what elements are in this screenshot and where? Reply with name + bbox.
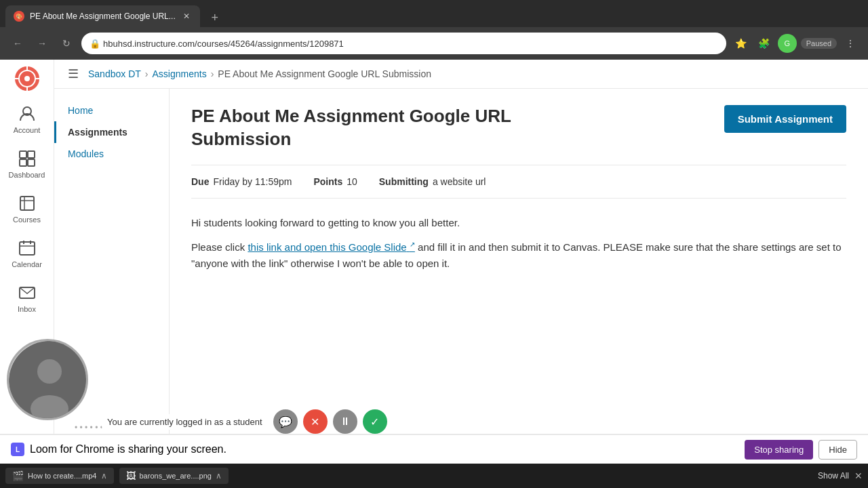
main-content: PE About Me Assignment Google URL Submis… [170, 89, 868, 455]
svg-rect-9 [28, 151, 35, 158]
dashboard-icon [16, 148, 38, 169]
svg-rect-15 [20, 242, 35, 255]
tab-close-btn[interactable]: ✕ [181, 11, 192, 22]
assignment-body: Hi students looking forward to getting t… [191, 215, 846, 272]
taskbar: 🎬 How to create....mp4 ∧ 🖼 barons_we_are… [0, 464, 868, 488]
inbox-icon [16, 282, 38, 304]
sidebar-label-dashboard: Dashboard [9, 171, 45, 179]
svg-rect-11 [28, 159, 35, 166]
loom-info: L Loom for Chrome is sharing your screen… [11, 443, 226, 456]
loading-dots: • • • • • • [75, 423, 103, 432]
recording-controls: You are currently logged in as a student… [102, 409, 387, 434]
tab-title: PE About Me Assignment Google URL... [30, 12, 176, 21]
back-btn[interactable]: ← [8, 34, 27, 53]
breadcrumb-assignments[interactable]: Assignments [153, 68, 207, 79]
url-text: hbuhsd.instructure.com/courses/45264/ass… [103, 39, 344, 49]
calendar-icon [16, 237, 38, 259]
recording-confirm-btn[interactable]: ✓ [363, 409, 387, 434]
loom-sharing-text: Loom for Chrome is sharing your screen. [30, 443, 226, 455]
image-file-icon: 🖼 [126, 470, 136, 481]
svg-rect-8 [20, 151, 26, 158]
sidebar-item-inbox[interactable]: Inbox [3, 277, 52, 319]
points-label: Points [313, 176, 342, 187]
screen-share-actions: Stop sharing Hide [745, 440, 857, 460]
forward-btn[interactable]: → [33, 34, 52, 53]
recording-chat-btn[interactable]: 💬 [273, 409, 298, 434]
breadcrumb-current: PE About Me Assignment Google URL Submis… [218, 68, 431, 79]
due-label: Due [191, 176, 209, 187]
submitting-label: Submitting [379, 176, 429, 187]
meta-submitting: Submitting a website url [379, 176, 486, 187]
sidebar-item-dashboard[interactable]: Dashboard [3, 142, 52, 184]
meta-due: Due Friday by 11:59pm [191, 176, 292, 187]
assignment-header: PE About Me Assignment Google URL Submis… [191, 105, 846, 151]
submit-assignment-button[interactable]: Submit Assignment [724, 105, 846, 133]
taskbar-expand-2[interactable]: ∧ [216, 471, 222, 481]
loom-screen-share-bar: L Loom for Chrome is sharing your screen… [0, 434, 868, 464]
svg-rect-10 [20, 159, 26, 166]
due-value: Friday by 11:59pm [213, 176, 292, 187]
svg-point-2 [24, 76, 30, 81]
profile-badge[interactable]: G [778, 34, 797, 53]
loom-icon: L [11, 443, 24, 456]
taskbar-close-all[interactable]: ✕ [854, 470, 863, 481]
menu-icon[interactable]: ⋮ [841, 34, 860, 53]
sidebar-label-inbox: Inbox [18, 305, 36, 313]
active-tab[interactable]: 🎨 PE About Me Assignment Google URL... ✕ [5, 5, 200, 27]
taskbar-file-1[interactable]: 🎬 How to create....mp4 ∧ [5, 468, 114, 484]
sidebar-label-account: Account [14, 126, 41, 134]
paused-badge[interactable]: Paused [801, 38, 837, 49]
extensions-icon[interactable]: 🧩 [755, 34, 774, 53]
recording-close-btn[interactable]: ✕ [303, 409, 328, 434]
assignment-title: PE About Me Assignment Google URL Submis… [191, 105, 598, 151]
body-paragraph-2: Please click this link and open this Goo… [191, 239, 846, 272]
sidebar-label-courses: Courses [13, 216, 41, 224]
left-nav-modules[interactable]: Modules [54, 143, 169, 165]
svg-rect-12 [20, 197, 34, 210]
points-value: 10 [347, 176, 357, 187]
google-slide-link[interactable]: this link and open this Google Slide ↗ [248, 241, 415, 253]
reload-btn[interactable]: ↻ [57, 34, 76, 53]
taskbar-file-2[interactable]: 🖼 barons_we_are....png ∧ [119, 468, 229, 484]
sidebar-item-courses[interactable]: Courses [3, 187, 52, 229]
left-nav-home[interactable]: Home [54, 100, 169, 121]
taskbar-file-1-name: How to create....mp4 [28, 472, 97, 480]
assignment-meta: Due Friday by 11:59pm Points 10 Submitti… [191, 165, 846, 199]
left-nav-assignments[interactable]: Assignments [54, 121, 169, 143]
canvas-logo [14, 65, 41, 92]
sidebar-item-calendar[interactable]: Calendar [3, 232, 52, 274]
camera-preview [7, 339, 88, 420]
breadcrumb: ☰ Sandbox DT › Assignments › PE About Me… [54, 60, 868, 89]
meta-points: Points 10 [313, 176, 357, 187]
taskbar-file-2-name: barons_we_are....png [140, 472, 212, 480]
body-paragraph-1: Hi students looking forward to getting t… [191, 215, 846, 231]
sidebar-label-calendar: Calendar [12, 260, 42, 268]
hamburger-menu[interactable]: ☰ [68, 66, 79, 81]
stop-sharing-button[interactable]: Stop sharing [745, 440, 813, 460]
address-bar[interactable]: 🔒 hbuhsd.instructure.com/courses/45264/a… [81, 33, 726, 54]
sidebar-item-account[interactable]: Account [3, 98, 52, 140]
courses-icon [16, 192, 38, 214]
taskbar-expand-1[interactable]: ∧ [101, 471, 107, 481]
hide-button[interactable]: Hide [818, 440, 857, 460]
taskbar-show-all[interactable]: Show All [818, 471, 849, 481]
recording-status-text: You are currently logged in as a student [102, 414, 268, 430]
sidebar: Account Dashboard Courses Calendar Inbox [0, 60, 54, 488]
new-tab-btn[interactable]: + [205, 8, 224, 27]
recording-pause-btn[interactable]: ⏸ [333, 409, 357, 434]
tab-favicon: 🎨 [14, 11, 24, 22]
bookmark-icon[interactable]: ⭐ [732, 34, 751, 53]
video-file-icon: 🎬 [12, 470, 24, 481]
svg-point-23 [37, 359, 62, 384]
submitting-value: a website url [433, 176, 486, 187]
body-prefix: Please click [191, 241, 248, 253]
account-icon [16, 103, 38, 125]
main-area: Home Assignments Modules PE About Me Ass… [54, 89, 868, 455]
breadcrumb-sandbox[interactable]: Sandbox DT [88, 68, 141, 79]
